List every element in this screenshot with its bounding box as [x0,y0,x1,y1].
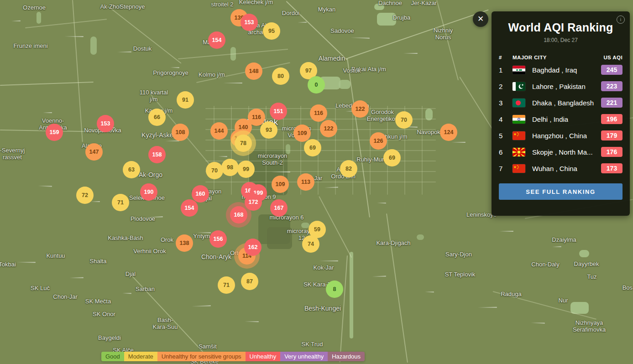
map-place-label: Ozernoe [23,5,46,11]
aqi-marker[interactable]: 124 [440,124,457,141]
aqi-badge: 245 [601,65,623,75]
iraq-flag-icon [513,66,525,74]
map-place-label: Nizhnyaya Serafimovka [573,320,606,333]
aqi-marker[interactable]: 147 [85,143,103,161]
map-place-label: Chon-Aryk [201,253,231,260]
aqi-legend: GoodModerateUnhealthy for sensitive grou… [101,352,365,361]
ranking-row[interactable]: 3Dhaka , Bangladesh221 [492,94,630,111]
map-place-label: Drujba [393,15,410,21]
aqi-marker[interactable]: 153 [97,115,114,132]
aqi-marker[interactable]: 63 [123,161,140,178]
aqi-marker[interactable]: 70 [395,111,413,129]
ranking-row[interactable]: 7Wuhan , China173 [492,160,630,177]
aqi-marker[interactable]: 0 [308,76,325,94]
aqi-marker[interactable]: 98 [221,159,239,176]
road-line [347,58,370,218]
wind-streak [351,37,370,38]
close-icon[interactable]: ✕ [473,11,488,27]
aqi-marker[interactable]: 8 [326,281,343,298]
terrain-patch [339,80,351,89]
aqi-marker[interactable]: 167 [270,199,288,217]
rank-column-header: # [499,55,513,60]
wind-streak [43,112,52,113]
aqi-marker[interactable]: 74 [302,235,319,253]
aqi-marker[interactable]: 116 [310,104,327,122]
map-place-label: Alamedin [319,55,345,62]
aqi-marker[interactable]: 148 [245,62,262,80]
ranking-row[interactable]: 2Lahore , Pakistan223 [492,78,630,94]
ranking-row[interactable]: 1Baghdad , Iraq245 [492,62,630,78]
info-icon[interactable]: i [617,16,625,24]
aqi-marker[interactable]: 153 [241,14,258,31]
road-line [386,213,408,363]
map-place-label: Jer-Kazar [411,0,437,6]
aqi-marker[interactable]: 159 [46,124,63,141]
china-flag-icon [513,164,525,173]
map-place-label: SK Onor [93,311,115,318]
terrain-patch [37,12,41,24]
ranking-row[interactable]: 4Delhi , India196 [492,111,630,127]
road-line [109,7,182,64]
bangladesh-flag-icon [513,99,525,107]
aqi-marker[interactable]: 158 [148,146,166,163]
aqi-marker[interactable]: 172 [245,193,262,211]
wind-streak [425,291,434,292]
ranking-row[interactable]: 5Hangzhou , China179 [492,127,630,144]
aqi-marker[interactable]: 168 [230,206,247,224]
aqi-marker[interactable]: 156 [209,230,227,248]
map-place-label: Baygeldi [98,335,121,342]
aqi-marker[interactable]: 138 [176,234,193,252]
aqi-marker[interactable]: 72 [76,187,94,204]
aqi-marker[interactable]: 160 [192,185,209,203]
aqi-marker[interactable]: 151 [270,103,287,120]
aqi-marker[interactable]: 154 [181,199,198,217]
aqi-marker[interactable]: 70 [206,162,223,179]
aqi-marker[interactable]: 162 [244,239,262,256]
aqi-marker[interactable]: 87 [241,273,258,290]
aqi-marker[interactable]: 93 [260,121,277,139]
aqi-marker[interactable]: 108 [172,124,189,141]
map-place-label: Dayyrbek [574,261,599,268]
map-place-label: Kolmo j/m [199,72,225,78]
aqi-marker[interactable]: 69 [383,149,401,166]
aqi-marker[interactable]: 154 [208,31,225,49]
panel-title: World AQI Ranking [492,21,630,34]
city-name: Wuhan , China [532,165,577,172]
aqi-marker[interactable]: 190 [140,183,157,201]
rank-number: 6 [499,148,513,156]
wind-streak [170,67,179,68]
aqi-marker[interactable]: 144 [210,122,228,140]
rank-number: 4 [499,115,513,123]
wind-streak [324,187,338,188]
aqi-marker[interactable]: 66 [148,109,166,126]
aqi-marker[interactable]: 95 [263,22,280,40]
aqi-marker[interactable]: 78 [235,135,252,152]
terrain-patch [350,252,353,338]
aqi-marker[interactable]: 113 [297,173,314,191]
city-column-header: MAJOR CITY [513,55,547,60]
map-place-label: Mykan [318,6,335,13]
see-full-ranking-button[interactable]: SEE FULL RANKING [499,183,623,200]
ranking-row[interactable]: 6Skopje , North Ma...176 [492,144,630,160]
aqi-marker[interactable]: 122 [351,100,369,118]
legend-item: Moderate [124,352,157,361]
aqi-marker[interactable]: 122 [320,120,337,137]
city-name: Delhi , India [532,115,568,123]
terrain-patch [417,234,424,240]
road-line [335,106,336,195]
aqi-marker[interactable]: 109 [293,125,311,142]
road-line [346,10,489,59]
road-line [231,106,232,195]
aqi-marker[interactable]: 109 [272,176,289,193]
aqi-marker[interactable]: 69 [304,139,321,156]
wind-streak [91,201,100,202]
aqi-marker[interactable]: 80 [272,68,289,85]
aqi-marker[interactable]: 71 [112,194,129,211]
aqi-marker[interactable]: 71 [218,276,235,294]
map-place-label: Kashka-Bash [108,235,143,242]
aqi-marker[interactable]: 126 [370,132,387,150]
aqi-marker[interactable]: 82 [340,160,357,177]
aqi-marker[interactable]: 99 [237,161,255,178]
wind-streak [245,321,259,322]
aqi-marker[interactable]: 91 [177,91,194,109]
